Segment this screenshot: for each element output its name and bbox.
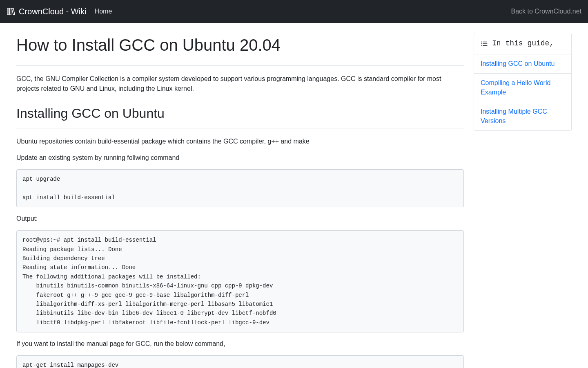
paragraph-manpage: If you want to install the manual page f… bbox=[16, 339, 464, 349]
nav-back[interactable]: Back to CrownCloud.net bbox=[511, 3, 581, 20]
svg-rect-1 bbox=[9, 8, 11, 15]
toc-item-multiple-versions[interactable]: Installing Multiple GCC Versions bbox=[474, 102, 571, 130]
toc-sidebar: In this guide, Installing GCC on Ubuntu … bbox=[474, 33, 572, 131]
section-heading-install: Installing GCC on Ubuntu bbox=[16, 103, 464, 123]
toc-card: In this guide, Installing GCC on Ubuntu … bbox=[474, 33, 572, 131]
navbar-left: CrownCloud - Wiki Home bbox=[7, 3, 112, 20]
code-block-output: root@vps:~# apt install build-essential … bbox=[16, 230, 464, 332]
brand-link[interactable]: CrownCloud - Wiki bbox=[7, 5, 87, 18]
svg-point-6 bbox=[481, 43, 482, 44]
code-block-upgrade: apt upgrade apt install build-essential bbox=[16, 169, 464, 207]
toc-item-hello-world[interactable]: Compiling a Hello World Example bbox=[474, 74, 571, 102]
svg-point-7 bbox=[481, 45, 482, 46]
toc-header: In this guide, bbox=[474, 33, 571, 54]
toc-item-installing[interactable]: Installing GCC on Ubuntu bbox=[474, 54, 571, 74]
title-divider bbox=[16, 65, 464, 66]
paragraph-update: Update an existing system by running fol… bbox=[16, 153, 464, 163]
paragraph-output-label: Output: bbox=[16, 214, 464, 224]
nav-home[interactable]: Home bbox=[95, 3, 112, 20]
paragraph-repos: Ubuntu repositories contain build-essent… bbox=[16, 137, 464, 146]
list-icon bbox=[481, 40, 488, 47]
page-container: How to Install GCC on Ubuntu 20.04 GCC, … bbox=[0, 23, 588, 368]
code-block-manpage: apt-get install manpages-dev bbox=[16, 355, 464, 368]
toc-title: In this guide, bbox=[492, 38, 554, 49]
books-icon bbox=[7, 7, 16, 16]
svg-point-5 bbox=[481, 42, 482, 42]
svg-rect-0 bbox=[7, 8, 9, 15]
intro-paragraph: GCC, the GNU Compiler Collection is a co… bbox=[16, 74, 464, 94]
top-navbar: CrownCloud - Wiki Home Back to CrownClou… bbox=[0, 0, 588, 23]
main-content: How to Install GCC on Ubuntu 20.04 GCC, … bbox=[16, 33, 464, 368]
page-title: How to Install GCC on Ubuntu 20.04 bbox=[16, 33, 464, 61]
brand-text: CrownCloud - Wiki bbox=[19, 5, 87, 18]
section-divider bbox=[16, 128, 464, 128]
